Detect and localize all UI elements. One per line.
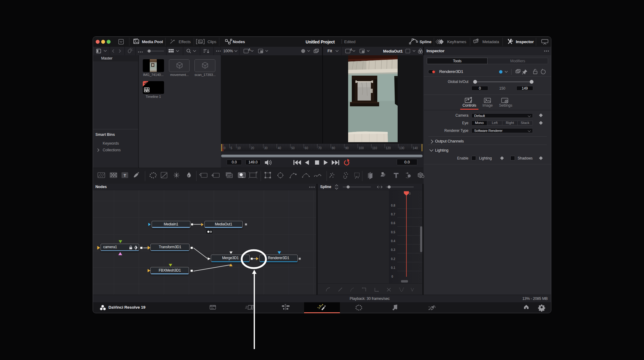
svg-text:0: 0	[391, 275, 393, 278]
svg-text:0.8: 0.8	[391, 204, 395, 207]
svg-text:50: 50	[291, 146, 295, 150]
svg-text:30: 30	[264, 146, 268, 150]
svg-text:70: 70	[318, 146, 322, 150]
svg-text:110: 110	[372, 146, 377, 150]
svg-text:100: 100	[359, 146, 364, 150]
svg-text:0: 0	[224, 146, 226, 150]
svg-text:5: 5	[231, 146, 232, 150]
svg-text:0.3: 0.3	[391, 248, 395, 252]
svg-text:0.6: 0.6	[391, 221, 395, 225]
svg-text:T: T	[124, 173, 126, 178]
svg-text:A: A	[248, 48, 251, 51]
svg-text:10: 10	[237, 146, 241, 150]
svg-text:40: 40	[278, 146, 281, 150]
svg-text:0.4: 0.4	[391, 239, 395, 243]
svg-text:0.7: 0.7	[391, 213, 395, 216]
svg-text:0.1: 0.1	[391, 266, 395, 269]
svg-text:120: 120	[386, 146, 391, 150]
svg-text:20: 20	[251, 146, 254, 150]
svg-text:A: A	[350, 48, 352, 51]
svg-text:0: 0	[409, 192, 411, 195]
svg-text:60: 60	[305, 146, 308, 150]
svg-text:140: 140	[413, 146, 418, 150]
svg-text:0.5: 0.5	[391, 231, 395, 234]
svg-text:130: 130	[399, 146, 404, 150]
svg-text:90: 90	[345, 146, 349, 150]
svg-text:80: 80	[332, 146, 335, 150]
svg-text:0.2: 0.2	[391, 257, 395, 261]
